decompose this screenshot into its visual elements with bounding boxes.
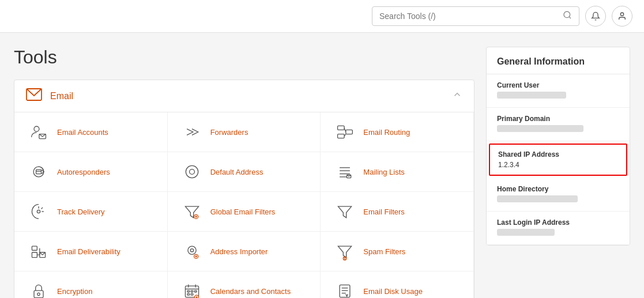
- tool-email-accounts[interactable]: Email Accounts: [14, 112, 168, 152]
- email-filters-icon: [334, 201, 355, 222]
- address-importer-label: Address Importer: [210, 247, 268, 256]
- search-button[interactable]: [563, 10, 572, 22]
- chevron-up-icon: [452, 89, 462, 103]
- primary-domain-row: Primary Domain: [487, 108, 630, 141]
- user-button[interactable]: [612, 6, 632, 27]
- mailing-lists-label: Mailing Lists: [363, 168, 405, 176]
- tool-track-delivery[interactable]: Track Delivery: [14, 192, 168, 232]
- address-importer-icon: [182, 241, 202, 262]
- primary-domain-blurred: [497, 125, 583, 132]
- tool-email-routing[interactable]: Email Routing: [321, 112, 474, 152]
- svg-line-9: [344, 128, 346, 132]
- notifications-button[interactable]: [585, 6, 606, 27]
- email-section-icon: [26, 88, 42, 104]
- encryption-label: Encryption: [57, 287, 92, 296]
- tool-address-importer[interactable]: Address Importer: [168, 232, 321, 271]
- header: [0, 0, 644, 33]
- forwarders-icon: [182, 122, 202, 142]
- svg-line-1: [569, 17, 571, 18]
- email-accounts-icon: [28, 122, 49, 142]
- svg-rect-52: [187, 293, 190, 295]
- home-directory-label: Home Directory: [497, 185, 619, 193]
- home-directory-row: Home Directory: [487, 178, 630, 212]
- last-login-value: [497, 229, 619, 237]
- svg-point-44: [37, 293, 40, 295]
- svg-rect-53: [191, 293, 193, 295]
- current-user-blurred: [497, 92, 566, 99]
- email-disk-usage-icon: [334, 281, 355, 298]
- shared-ip-value: 1.2.3.4: [498, 161, 618, 169]
- autoresponders-icon: [28, 161, 49, 182]
- tool-calendars-contacts[interactable]: Calendars and Contacts: [168, 271, 321, 298]
- left-panel: Tools Email: [14, 47, 474, 298]
- general-info-panel: General Information Current User Primary…: [486, 47, 630, 246]
- svg-line-24: [41, 208, 43, 209]
- default-address-icon: [182, 161, 202, 182]
- track-delivery-label: Track Delivery: [57, 208, 105, 216]
- global-email-filters-label: Global Email Filters: [210, 208, 276, 216]
- global-email-filters-icon: [182, 201, 202, 222]
- main-content: Tools Email: [0, 33, 644, 298]
- svg-point-2: [620, 13, 623, 16]
- svg-point-4: [34, 126, 39, 131]
- calendars-contacts-icon: [182, 281, 202, 298]
- mailing-lists-icon: [334, 161, 355, 182]
- search-input[interactable]: [379, 12, 563, 21]
- svg-point-14: [186, 165, 198, 178]
- general-info-title: General Information: [487, 47, 630, 74]
- svg-rect-8: [346, 130, 353, 134]
- svg-rect-7: [338, 134, 345, 138]
- forwarders-label: Forwarders: [210, 128, 248, 137]
- autoresponders-label: Autoresponders: [57, 168, 110, 176]
- home-directory-blurred: [497, 195, 578, 202]
- last-login-blurred: [497, 229, 555, 236]
- last-login-label: Last Login IP Address: [497, 218, 619, 227]
- last-login-row: Last Login IP Address: [487, 212, 630, 245]
- primary-domain-label: Primary Domain: [497, 115, 619, 123]
- primary-domain-value: [497, 125, 619, 134]
- svg-rect-51: [194, 291, 197, 292]
- tool-encryption[interactable]: Encryption: [14, 271, 168, 298]
- svg-rect-12: [36, 169, 42, 173]
- calendars-contacts-label: Calendars and Contacts: [210, 287, 291, 296]
- tool-email-filters[interactable]: Email Filters: [321, 192, 474, 232]
- svg-rect-6: [338, 126, 345, 130]
- svg-rect-31: [32, 246, 37, 250]
- email-disk-usage-label: Email Disk Usage: [363, 287, 423, 296]
- current-user-row: Current User: [487, 74, 630, 108]
- svg-point-36: [190, 249, 193, 252]
- default-address-label: Default Address: [210, 168, 263, 176]
- email-routing-icon: [334, 122, 355, 142]
- tool-spam-filters[interactable]: Spam Filters: [321, 232, 474, 271]
- email-section-header[interactable]: Email: [14, 80, 474, 112]
- email-deliverability-label: Email Deliverability: [57, 247, 120, 256]
- spam-filters-icon: [334, 241, 355, 262]
- svg-point-21: [37, 210, 40, 213]
- shared-ip-label: Shared IP Address: [498, 150, 618, 159]
- svg-rect-57: [340, 285, 350, 297]
- tool-default-address[interactable]: Default Address: [168, 152, 321, 192]
- spam-filters-label: Spam Filters: [363, 247, 405, 256]
- tool-global-email-filters[interactable]: Global Email Filters: [168, 192, 321, 232]
- current-user-label: Current User: [497, 81, 619, 89]
- svg-marker-25: [185, 206, 198, 218]
- email-section: Email: [14, 80, 474, 298]
- tool-autoresponders[interactable]: Autoresponders: [14, 152, 168, 192]
- tool-mailing-lists[interactable]: Mailing Lists: [321, 152, 474, 192]
- email-routing-label: Email Routing: [363, 128, 410, 137]
- email-accounts-label: Email Accounts: [57, 128, 108, 137]
- tool-email-disk-usage[interactable]: Email Disk Usage: [321, 271, 474, 298]
- tool-forwarders[interactable]: Forwarders: [168, 112, 321, 152]
- tool-email-deliverability[interactable]: Email Deliverability: [14, 232, 168, 271]
- svg-point-15: [189, 169, 194, 175]
- search-bar: [372, 6, 579, 26]
- email-section-title: Email: [50, 91, 73, 101]
- svg-point-35: [188, 246, 196, 254]
- encryption-icon: [28, 281, 49, 298]
- track-delivery-icon: [28, 201, 49, 222]
- current-user-value: [497, 92, 619, 100]
- email-filters-label: Email Filters: [363, 208, 405, 216]
- svg-rect-43: [34, 291, 43, 297]
- email-deliverability-icon: [28, 241, 49, 262]
- svg-marker-29: [338, 206, 352, 218]
